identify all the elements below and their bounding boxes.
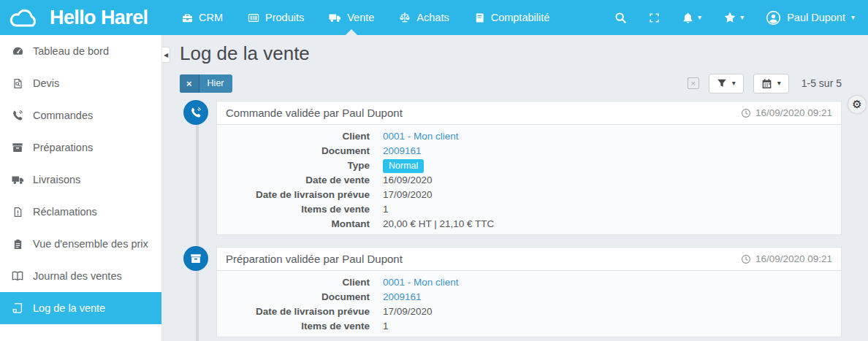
sidebar-item-label: Tableau de bord bbox=[33, 45, 109, 57]
remove-filter-button[interactable]: × bbox=[180, 74, 199, 93]
sidebar-item-commandes[interactable]: Commandes bbox=[0, 99, 161, 131]
sidebar-item-journal-des-ventes[interactable]: Journal des ventes bbox=[0, 260, 161, 292]
app-logo[interactable]: Hello Harel bbox=[0, 6, 170, 30]
nav-item-label: Achats bbox=[416, 12, 449, 23]
sidebar-collapse-handle[interactable]: ◀ bbox=[162, 47, 170, 63]
sidebar-item-devis[interactable]: Devis bbox=[0, 67, 161, 99]
nav-item-achats[interactable]: Achats bbox=[387, 0, 461, 35]
field-value-link[interactable]: 0001 - Mon client bbox=[383, 131, 459, 142]
sidebar-item-label: Commandes bbox=[33, 110, 93, 121]
open-book-icon bbox=[10, 270, 25, 282]
field-row: TypeNormal bbox=[226, 158, 832, 173]
log-card-title: Préparation validée par Paul Dupont bbox=[226, 253, 403, 265]
log-card-timestamp: 16/09/2020 09:21 bbox=[741, 107, 832, 118]
content-area: ◀ Log de la vente × Hier × ▾ ▾ 1- bbox=[162, 35, 868, 341]
sidebar-item-log-de-la-vente[interactable]: Log de la vente bbox=[0, 292, 161, 324]
caret-down-icon: ▾ bbox=[777, 80, 781, 87]
settings-gear-button[interactable]: ⚙ bbox=[848, 96, 866, 113]
truck-icon bbox=[10, 174, 25, 185]
field-value-link[interactable]: 2009161 bbox=[383, 145, 422, 156]
field-row: Items de vente1 bbox=[226, 319, 832, 334]
field-value-link[interactable]: 0001 - Mon client bbox=[383, 277, 459, 288]
timeline-badge bbox=[183, 100, 208, 125]
field-value-link[interactable]: 2009161 bbox=[383, 291, 422, 302]
timestamp-text: 16/09/2020 09:21 bbox=[755, 107, 832, 118]
log-card-title: Commande validée par Paul Dupont bbox=[226, 107, 403, 119]
field-value: 20,00 € HT | 21,10 € TTC bbox=[383, 218, 494, 229]
toolbar: × Hier × ▾ ▾ 1-5 sur 5 bbox=[180, 73, 842, 93]
log-card: Commande validée par Paul Dupont 16/09/2… bbox=[216, 101, 842, 235]
log-card-header: Commande validée par Paul Dupont 16/09/2… bbox=[217, 101, 841, 125]
pagination-label: 1-5 sur 5 bbox=[802, 77, 842, 89]
nav-item-vente[interactable]: Vente bbox=[316, 0, 387, 35]
field-label: Document bbox=[226, 290, 370, 304]
page-title: Log de la vente bbox=[180, 41, 868, 66]
field-row: Montant20,00 € HT | 21,10 € TTC bbox=[226, 217, 832, 231]
sidebar-item-tableau-de-bord[interactable]: Tableau de bord bbox=[0, 35, 161, 67]
field-value: 1 bbox=[383, 321, 389, 332]
timeline: Commande validée par Paul Dupont 16/09/2… bbox=[162, 101, 842, 341]
bell-icon bbox=[682, 12, 694, 24]
field-row: Date de vente16/09/2020 bbox=[226, 173, 832, 188]
caret-down-icon: ▾ bbox=[740, 14, 744, 21]
field-row: Client0001 - Mon client bbox=[226, 129, 832, 144]
nav-item-label: Produits bbox=[265, 12, 304, 23]
filter-facet-label: Hier bbox=[199, 74, 232, 93]
log-card-body: Client0001 - Mon clientDocument2009161Da… bbox=[217, 271, 841, 337]
clock-icon bbox=[741, 254, 751, 264]
phone-icon bbox=[10, 110, 25, 121]
top-navbar: Hello Harel CRMProduitsVenteAchatsCompta… bbox=[0, 0, 868, 35]
main-layout: Tableau de bordDevisCommandesPréparation… bbox=[0, 35, 868, 341]
toolbar-right: × ▾ ▾ 1-5 sur 5 bbox=[688, 74, 842, 93]
barcode-icon bbox=[248, 12, 259, 23]
clipboard-icon bbox=[10, 239, 25, 250]
close-icon: × bbox=[186, 78, 192, 89]
sidebar-item-label: Livraisons bbox=[33, 174, 80, 185]
log-card-timestamp: 16/09/2020 09:21 bbox=[741, 253, 832, 264]
sidebar-item-vue-d-ensemble-des-prix[interactable]: Vue d'ensemble des prix bbox=[0, 228, 161, 260]
field-value: 1 bbox=[383, 204, 389, 215]
field-row: Client0001 - Mon client bbox=[226, 275, 832, 290]
nav-item-produits[interactable]: Produits bbox=[235, 0, 316, 35]
nav-item-comptabilite[interactable]: Comptabilité bbox=[462, 0, 563, 35]
briefcase-icon bbox=[182, 12, 193, 23]
sidebar-item-livraisons[interactable]: Livraisons bbox=[0, 164, 161, 196]
fullscreen-icon[interactable] bbox=[649, 12, 660, 23]
nav-item-label: Vente bbox=[347, 12, 374, 23]
navbar-tools: ▾ ▾ Paul Dupont ▾ bbox=[614, 10, 868, 26]
nav-item-crm[interactable]: CRM bbox=[170, 0, 235, 35]
box-icon bbox=[190, 253, 202, 264]
search-icon[interactable] bbox=[614, 12, 627, 24]
sidebar-item-preparations[interactable]: Préparations bbox=[0, 131, 161, 164]
field-label: Items de vente bbox=[226, 319, 370, 334]
filter-dropdown-button[interactable]: ▾ bbox=[709, 74, 744, 93]
field-label: Date de livraison prévue bbox=[226, 188, 370, 202]
nav-item-label: Comptabilité bbox=[491, 12, 550, 23]
truck-icon bbox=[329, 12, 341, 23]
clear-filters-button[interactable]: × bbox=[688, 77, 699, 89]
sidebar: Tableau de bordDevisCommandesPréparation… bbox=[0, 35, 162, 341]
field-row: Document2009161 bbox=[226, 290, 832, 304]
ledger-icon bbox=[474, 12, 485, 23]
brand-name: Hello Harel bbox=[50, 7, 148, 29]
sidebar-item-label: Log de la vente bbox=[33, 302, 105, 314]
field-label: Date de vente bbox=[226, 173, 370, 188]
calendar-icon bbox=[761, 78, 772, 89]
date-filter-button[interactable]: ▾ bbox=[753, 74, 789, 93]
notifications-menu[interactable]: ▾ bbox=[682, 12, 701, 24]
funnel-icon bbox=[717, 78, 727, 88]
user-circle-icon bbox=[766, 10, 781, 26]
user-menu[interactable]: Paul Dupont ▾ bbox=[766, 10, 855, 26]
log-card: Préparation validée par Paul Dupont 16/0… bbox=[216, 247, 842, 337]
log-card-header: Préparation validée par Paul Dupont 16/0… bbox=[217, 248, 841, 271]
sidebar-item-reclamations[interactable]: Réclamations bbox=[0, 196, 161, 228]
sidebar-item-label: Préparations bbox=[33, 142, 93, 153]
nav-item-label: CRM bbox=[199, 12, 223, 23]
field-row: Date de livraison prévue17/09/2020 bbox=[226, 188, 832, 202]
field-value: 17/09/2020 bbox=[383, 189, 433, 200]
box-icon bbox=[10, 142, 25, 153]
balance-icon bbox=[399, 12, 411, 23]
favorites-menu[interactable]: ▾ bbox=[723, 11, 744, 24]
user-name: Paul Dupont bbox=[787, 12, 845, 23]
filter-facet: × Hier bbox=[180, 74, 232, 93]
